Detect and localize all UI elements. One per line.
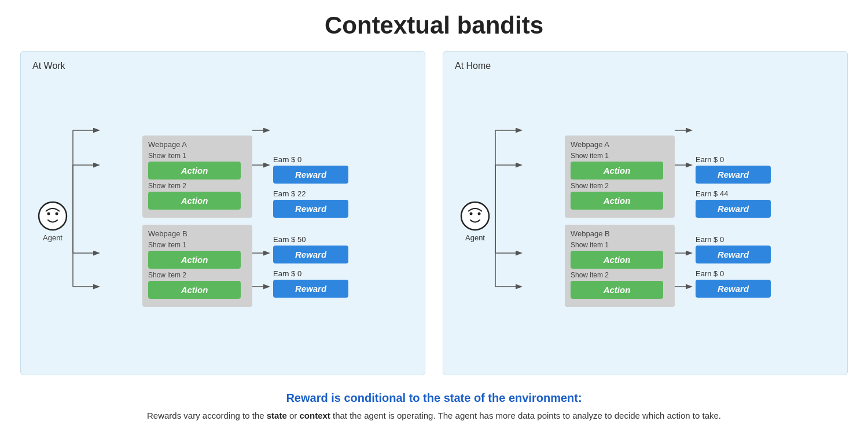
left-reward-b-group: Earn $ 50 Reward Earn $ 0 Reward: [273, 225, 348, 298]
svg-point-1: [47, 212, 50, 215]
left-reward-btn-a1[interactable]: Reward: [273, 166, 348, 184]
right-rewards-col: Earn $ 0 Reward Earn $ 44 Reward Earn $ …: [696, 145, 771, 298]
left-reward-b1: Earn $ 50 Reward: [273, 235, 348, 263]
left-earn-a1: Earn $ 0: [273, 155, 348, 164]
left-rewards-col: Earn $ 0 Reward Earn $ 22 Reward Earn $ …: [273, 145, 348, 298]
left-agent-label: Agent: [43, 233, 62, 242]
right-webpage-a-title: Webpage A: [571, 140, 669, 149]
svg-point-0: [39, 202, 67, 230]
left-wa-action2[interactable]: Action: [148, 192, 241, 210]
footer: Reward is conditional to the state of th…: [147, 391, 721, 423]
right-earn-a1: Earn $ 0: [696, 155, 771, 164]
right-webpage-b: Webpage B Show item 1 Action Show item 2…: [565, 225, 675, 307]
right-agent: Agent: [455, 201, 495, 242]
right-wa-item2-label: Show item 2: [571, 182, 669, 190]
left-wb-item2-label: Show item 2: [148, 271, 247, 279]
right-wa-item1-label: Show item 1: [571, 152, 669, 160]
footer-headline-text: Reward is conditional to the state of th…: [286, 391, 582, 404]
left-reward-btn-b1[interactable]: Reward: [273, 246, 348, 263]
left-wb-item2: Show item 2 Action: [148, 271, 247, 299]
footer-headline: Reward is conditional to the state of th…: [147, 391, 721, 405]
left-context-label: At Work: [32, 61, 413, 71]
right-wb-action1[interactable]: Action: [571, 251, 663, 269]
right-wa-action1[interactable]: Action: [571, 162, 663, 180]
right-webpage-a: Webpage A Show item 1 Action Show item 2…: [565, 136, 675, 218]
left-agent: Agent: [32, 201, 73, 242]
right-reward-btn-a1[interactable]: Reward: [696, 166, 771, 184]
right-reward-btn-a2[interactable]: Reward: [696, 200, 771, 218]
left-diagram: At Work Agent: [20, 51, 425, 375]
right-diagram: At Home Agent: [443, 51, 848, 375]
right-reward-btn-b2[interactable]: Reward: [696, 280, 771, 298]
right-agent-face-icon: [460, 201, 490, 231]
left-reward-a1: Earn $ 0 Reward: [273, 155, 348, 184]
left-reward-a2: Earn $ 22 Reward: [273, 189, 348, 218]
left-reward-b2: Earn $ 0 Reward: [273, 269, 348, 298]
right-reward-a1: Earn $ 0 Reward: [696, 155, 771, 184]
agent-face-icon: [38, 201, 68, 231]
left-wb-item1: Show item 1 Action: [148, 241, 247, 269]
left-reward-a-group: Earn $ 0 Reward Earn $ 22 Reward: [273, 145, 348, 218]
svg-point-17: [478, 212, 481, 215]
left-webpage-b: Webpage B Show item 1 Action Show item 2…: [142, 225, 252, 307]
left-wb-action1[interactable]: Action: [148, 251, 241, 269]
right-earn-b1: Earn $ 0: [696, 235, 771, 244]
left-earn-b1: Earn $ 50: [273, 235, 348, 244]
svg-point-15: [461, 202, 489, 230]
left-wa-item2-label: Show item 2: [148, 182, 247, 190]
left-webpages-col: Webpage A Show item 1 Action Show item 2…: [142, 136, 252, 307]
right-wb-item2-label: Show item 2: [571, 271, 669, 279]
right-action-reward-arrows: [675, 79, 696, 363]
right-wa-item2: Show item 2 Action: [571, 182, 669, 210]
left-earn-b2: Earn $ 0: [273, 269, 348, 278]
right-earn-b2: Earn $ 0: [696, 269, 771, 278]
left-reward-btn-a2[interactable]: Reward: [273, 200, 348, 218]
right-webpages-col: Webpage A Show item 1 Action Show item 2…: [565, 136, 675, 307]
left-webpage-a-title: Webpage A: [148, 140, 247, 149]
right-connector-svg: [491, 79, 525, 363]
right-reward-b-group: Earn $ 0 Reward Earn $ 0 Reward: [696, 225, 771, 298]
left-webpage-a: Webpage A Show item 1 Action Show item 2…: [142, 136, 252, 218]
right-wa-action2[interactable]: Action: [571, 192, 663, 210]
right-wb-action2[interactable]: Action: [571, 281, 663, 299]
right-wb-item1-label: Show item 1: [571, 241, 669, 249]
right-reward-btn-b1[interactable]: Reward: [696, 246, 771, 263]
footer-description: Rewards vary according to the state or c…: [147, 409, 721, 423]
left-earn-a2: Earn $ 22: [273, 189, 348, 198]
right-wb-item2: Show item 2 Action: [571, 271, 669, 299]
left-wa-item1: Show item 1 Action: [148, 152, 247, 180]
left-connector-svg: [68, 79, 103, 363]
left-webpage-b-title: Webpage B: [148, 229, 247, 238]
right-reward-b2: Earn $ 0 Reward: [696, 269, 771, 298]
left-reward-btn-b2[interactable]: Reward: [273, 280, 348, 298]
svg-point-16: [470, 212, 473, 215]
left-wb-item1-label: Show item 1: [148, 241, 247, 249]
right-webpage-b-title: Webpage B: [571, 229, 669, 238]
svg-point-2: [56, 212, 58, 215]
right-context-label: At Home: [455, 61, 836, 71]
left-wb-action2[interactable]: Action: [148, 281, 241, 299]
right-earn-a2: Earn $ 44: [696, 189, 771, 198]
left-wa-item2: Show item 2 Action: [148, 182, 247, 210]
right-reward-a2: Earn $ 44 Reward: [696, 189, 771, 218]
left-wa-item1-label: Show item 1: [148, 152, 247, 160]
right-wb-item1: Show item 1 Action: [571, 241, 669, 269]
right-wa-item1: Show item 1 Action: [571, 152, 669, 180]
right-reward-b1: Earn $ 0 Reward: [696, 235, 771, 263]
diagrams-row: At Work Agent: [17, 51, 851, 375]
page-title: Contextual bandits: [325, 12, 543, 39]
right-reward-a-group: Earn $ 0 Reward Earn $ 44 Reward: [696, 145, 771, 218]
right-agent-label: Agent: [465, 233, 485, 242]
left-action-reward-arrows: [252, 79, 273, 363]
left-wa-action1[interactable]: Action: [148, 162, 241, 180]
